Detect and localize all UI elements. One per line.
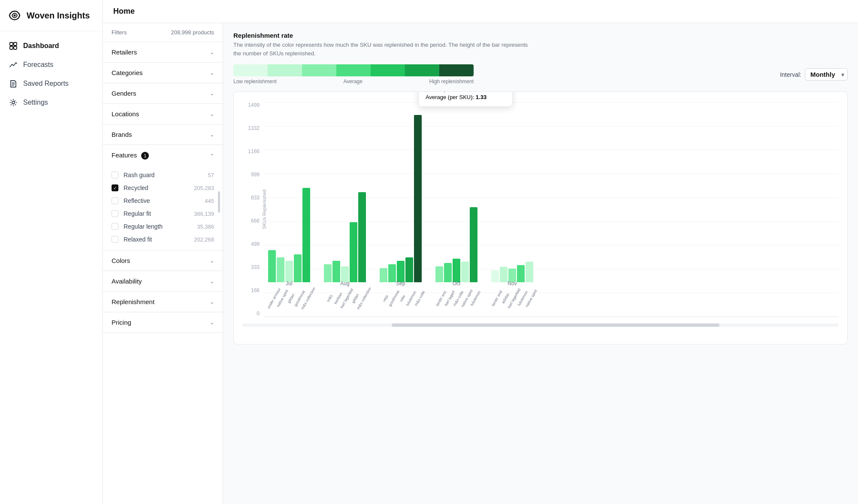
bar-lululemon-oct[interactable]: lululemon (470, 207, 477, 282)
filters-header: Filters 208,998 products (103, 23, 223, 42)
bar-ms-collection-jul[interactable]: m&s collection (302, 188, 310, 282)
bar-gildan-jul[interactable]: gildan (285, 261, 293, 282)
feature-item-reflective[interactable]: Reflective 445 (103, 194, 223, 207)
chart-panel: Replenishment rate The intensity of the … (223, 23, 858, 504)
bar-adidas-nov[interactable]: adidas (500, 267, 508, 282)
bars-nov: lands' end adidas karl lagerfeld (491, 102, 533, 282)
bar-goodmove-jul[interactable]: goodmove (294, 254, 302, 282)
sidebar-item-forecasts[interactable]: Forecasts (0, 55, 103, 74)
sidebar-item-label-dashboard: Dashboard (23, 42, 59, 50)
filter-availability-toggle[interactable]: Availability ⌄ (103, 271, 223, 291)
bar-label: lands' end (491, 290, 503, 307)
checkbox-relaxed-fit[interactable] (112, 236, 118, 243)
bar-native-spirit-jul[interactable]: native spirit (277, 257, 284, 282)
feature-item-rash-guard[interactable]: Rash guard 57 (103, 169, 223, 181)
replenishment-info: Replenishment rate The intensity of the … (233, 32, 848, 57)
feature-count-relaxed-fit: 202,268 (194, 236, 214, 243)
chevron-down-icon: ⌄ (210, 91, 214, 97)
bar-nike-sep[interactable]: nike (397, 261, 405, 282)
bar-karl-oct[interactable]: karl lagerf (444, 263, 452, 282)
bar-label: nike (399, 294, 406, 302)
feature-item-regular-length[interactable]: Regular length 35,386 (103, 220, 223, 233)
bar-lands-oct[interactable]: lands' enc (435, 266, 443, 282)
bar-veja-sep[interactable]: veja (380, 268, 387, 282)
settings-icon (9, 98, 18, 107)
interval-label: Interval: (780, 71, 801, 78)
chevron-down-icon: ⌄ (210, 278, 214, 284)
bar-label: gildan (287, 293, 296, 304)
feature-label-relaxed-fit: Relaxed fit (124, 236, 189, 243)
bar-goodmove-sep[interactable]: goodmove (388, 264, 396, 282)
interval-select[interactable]: Monthly Weekly Daily (805, 68, 848, 81)
filter-colors-toggle[interactable]: Colors ⌄ (103, 250, 223, 271)
chevron-down-icon: ⌄ (210, 299, 214, 305)
filter-replenishment-label: Replenishment (112, 298, 154, 305)
checkbox-reflective[interactable] (112, 197, 118, 204)
checkbox-rash-guard[interactable] (112, 172, 118, 178)
bar-label: gildan (351, 293, 360, 304)
feature-label-rash-guard: Rash guard (124, 172, 203, 178)
bar-lululemon-nov[interactable]: lululemon (517, 265, 525, 282)
filters-panel: Filters 208,998 products Retailers ⌄ Cat… (103, 23, 223, 504)
feature-label-recycled: Recycled (124, 184, 189, 191)
checkbox-regular-fit[interactable] (112, 210, 118, 217)
bar-lands-nov[interactable]: lands' end (491, 270, 499, 282)
filter-retailers-toggle[interactable]: Retailers ⌄ (103, 42, 223, 62)
filter-replenishment-toggle[interactable]: Replenishment ⌄ (103, 292, 223, 312)
svg-point-0 (14, 15, 16, 17)
bar-ms-colle-sep[interactable]: m&s colle M&S Collection 873 SKUs replen… (414, 115, 422, 282)
content-area: Filters 208,998 products Retailers ⌄ Cat… (103, 23, 858, 504)
bar-karl-aug[interactable]: karl lagerfeld (341, 266, 349, 282)
bar-gildan-aug[interactable]: gildan (350, 222, 357, 282)
scrollbar-thumb[interactable] (218, 191, 220, 213)
filter-section-retailers: Retailers ⌄ (103, 42, 223, 63)
tooltip-total: Total replenishments: 1,161 (426, 91, 505, 92)
bar-ms-colle-oct[interactable]: m&s colle (453, 259, 460, 282)
tooltip-total-value: 1,161 (480, 91, 494, 92)
feature-item-recycled[interactable]: ✓ Recycled 205,283 (103, 181, 223, 194)
feature-count-rash-guard: 57 (208, 172, 214, 178)
filter-brands-label: Brands (112, 131, 132, 138)
bar-tooltip: M&S Collection 873 SKUs replenished Tota… (418, 91, 513, 107)
y-tick-833: 833 (251, 195, 260, 201)
month-label-aug: Aug (340, 281, 349, 287)
legend-gradient (233, 64, 474, 76)
svg-point-5 (12, 101, 15, 104)
bars-sep: veja goodmove nike lululem (380, 102, 422, 282)
interval-control: Interval: Monthly Weekly Daily (780, 68, 848, 81)
filter-section-features: Features 1 ⌄ Rash guard 57 ✓ Recycled 20… (103, 145, 223, 250)
sidebar-item-dashboard[interactable]: Dashboard (0, 36, 103, 55)
sidebar-item-label-saved-reports: Saved Reports (23, 80, 69, 88)
saved-reports-icon (9, 79, 18, 88)
bars-jul: under armour native spirit gildan (268, 102, 310, 282)
filter-locations-label: Locations (112, 110, 139, 118)
feature-item-regular-fit[interactable]: Regular fit 386,139 (103, 207, 223, 220)
feature-count-reflective: 445 (205, 198, 214, 204)
filter-locations-toggle[interactable]: Locations ⌄ (103, 104, 223, 124)
bar-native-spirit-oct[interactable]: native spirit (461, 262, 469, 282)
bar-under-armour-jul[interactable]: under armour (268, 250, 276, 282)
bar-ms-aug[interactable]: m&s (324, 264, 332, 282)
bar-native-spirit-nov[interactable]: native spirit (526, 262, 533, 282)
checkbox-recycled[interactable]: ✓ (112, 184, 118, 191)
chevron-up-icon: ⌄ (210, 153, 214, 159)
chevron-down-icon: ⌄ (210, 70, 214, 76)
filter-pricing-toggle[interactable]: Pricing ⌄ (103, 312, 223, 332)
sidebar-item-saved-reports[interactable]: Saved Reports (0, 74, 103, 93)
filter-categories-toggle[interactable]: Categories ⌄ (103, 63, 223, 83)
bar-lululemon-sep[interactable]: lululemon (405, 257, 413, 282)
filter-retailers-label: Retailers (112, 48, 137, 56)
sidebar-item-settings[interactable]: Settings (0, 93, 103, 112)
feature-item-relaxed-fit[interactable]: Relaxed fit 202,268 (103, 233, 223, 246)
bar-ms-collection-aug[interactable]: m&s collection (358, 192, 366, 282)
filter-genders-toggle[interactable]: Genders ⌄ (103, 83, 223, 103)
feature-label-regular-fit: Regular fit (124, 210, 189, 217)
filter-brands-toggle[interactable]: Brands ⌄ (103, 124, 223, 145)
filter-features-toggle[interactable]: Features 1 ⌄ (103, 145, 223, 166)
horizontal-scrollbar[interactable] (242, 323, 839, 327)
chevron-down-icon: ⌄ (210, 132, 214, 138)
bar-kariban-aug[interactable]: kariban (332, 261, 340, 282)
features-list: Rash guard 57 ✓ Recycled 205,283 Reflect… (103, 166, 223, 250)
checkbox-regular-length[interactable] (112, 223, 118, 230)
feature-count-regular-length: 35,386 (197, 223, 214, 230)
